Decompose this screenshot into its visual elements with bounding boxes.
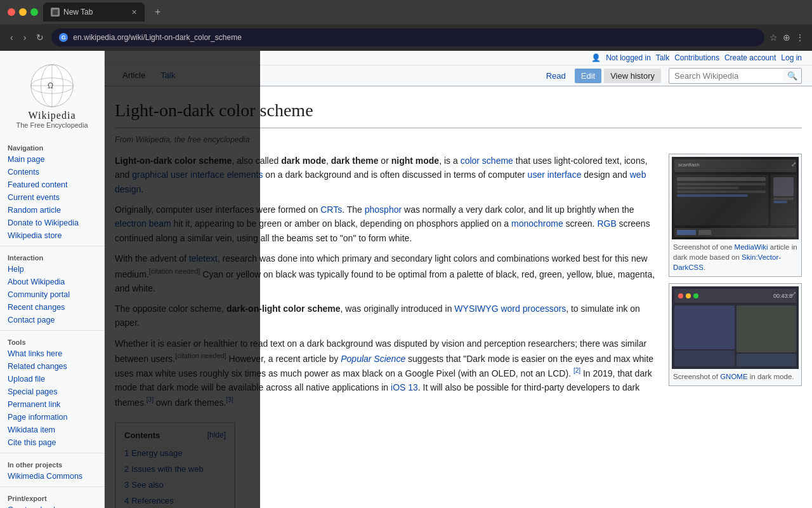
sidebar-item-wikipedia-store[interactable]: Wikipedia store <box>0 229 104 242</box>
article-layout: Light-on-dark color scheme, also called … <box>115 154 802 508</box>
link-ios13[interactable]: iOS 13 <box>391 382 418 392</box>
sidebar-item-donate[interactable]: Donate to Wikipedia <box>0 217 104 229</box>
nav-icons: ☆ ⊕ ⋮ <box>769 32 804 43</box>
expand-icon-1[interactable]: ⤢ <box>791 159 796 170</box>
caption-link-mediawiki[interactable]: MediaWiki <box>735 243 768 251</box>
minimize-button[interactable] <box>19 8 27 16</box>
close-button[interactable] <box>8 8 15 16</box>
cite-needed-2[interactable]: [citation needed] <box>175 352 226 359</box>
create-account-link[interactable]: Create account <box>724 53 776 62</box>
link-user-interface[interactable]: user interface <box>528 170 582 180</box>
article-images: scanflash <box>669 154 802 508</box>
sidebar-item-related-changes[interactable]: Related changes <box>0 360 104 373</box>
tab-close-button[interactable]: ✕ <box>131 8 137 17</box>
sidebar-item-contents[interactable]: Contents <box>0 166 104 178</box>
sidebar-tools: Tools What links here Related changes Up… <box>0 335 104 449</box>
read-button[interactable]: Read <box>540 67 572 84</box>
sidebar-item-help[interactable]: Help <box>0 263 104 276</box>
actions-bar: Article Talk Read Edit View history 🔍 <box>105 65 812 86</box>
tools-heading: Tools <box>0 335 104 347</box>
link-teletext[interactable]: teletext <box>189 253 218 264</box>
maximize-button[interactable] <box>30 8 38 16</box>
talk-link[interactable]: Talk <box>656 53 669 62</box>
sidebar-item-community-portal[interactable]: Community portal <box>0 288 104 301</box>
sidebar-item-create-book[interactable]: Create a book <box>0 504 104 508</box>
caption-link-vector-darkcss[interactable]: Skin:Vector-DarkCSS <box>673 253 781 271</box>
edit-button[interactable]: Edit <box>575 69 601 83</box>
article-from: From Wikipedia, the free encyclopedia <box>115 133 802 146</box>
user-bar: 👤 Not logged in Talk Contributions Creat… <box>105 51 812 65</box>
log-in-link[interactable]: Log in <box>781 53 802 62</box>
article-main: Light-on-dark color scheme, also called … <box>115 154 661 508</box>
user-icon: 👤 <box>591 53 601 62</box>
caption-link-gnome[interactable]: GNOME <box>720 373 747 380</box>
new-tab-button[interactable]: + <box>150 6 166 18</box>
view-history-button[interactable]: View history <box>604 69 661 83</box>
toc-link-4[interactable]: 4References <box>124 496 174 505</box>
sidebar-item-featured-content[interactable]: Featured content <box>0 178 104 191</box>
sidebar-item-special-pages[interactable]: Special pages <box>0 385 104 398</box>
link-crts[interactable]: CRTs <box>320 204 342 215</box>
toc-link-2[interactable]: 2Issues with the web <box>124 464 204 474</box>
sidebar-navigation: Navigation Main page Contents Featured c… <box>0 140 104 242</box>
sidebar-item-cite-this-page[interactable]: Cite this page <box>0 436 104 449</box>
extensions-icon[interactable]: ⊕ <box>783 32 790 43</box>
main-content: 👤 Not logged in Talk Contributions Creat… <box>105 51 812 508</box>
link-phosphor[interactable]: phosphor <box>365 204 402 215</box>
browser-chrome: ⬛ New Tab ✕ + ‹ › ↻ G en.wikipedia.org/w… <box>0 0 812 51</box>
bookmark-icon[interactable]: ☆ <box>769 32 778 43</box>
intro-paragraph-4: The opposite color scheme, dark-on-light… <box>115 302 661 330</box>
image-box-2: 00:43:8 <box>669 283 802 386</box>
toc-title: Contents [hide] <box>124 429 226 443</box>
forward-button[interactable]: › <box>21 30 29 45</box>
image-caption-2: Screenshot of GNOME in dark mode. <box>672 369 799 383</box>
settings-icon[interactable]: ⋮ <box>796 32 804 43</box>
ref-3a[interactable]: [3] <box>147 396 154 403</box>
sidebar-item-main-page[interactable]: Main page <box>0 153 104 166</box>
ref-3b[interactable]: [3] <box>226 396 233 403</box>
link-gui-elements[interactable]: graphical user interface elements <box>132 170 263 180</box>
toc-item-2: 2Issues with the web <box>124 462 226 478</box>
link-monochrome[interactable]: monochrome <box>511 218 563 229</box>
search-input[interactable] <box>669 69 783 83</box>
sidebar-item-what-links-here[interactable]: What links here <box>0 347 104 360</box>
sidebar-item-permanent-link[interactable]: Permanent link <box>0 398 104 411</box>
sidebar-divider-3 <box>0 453 104 453</box>
svg-text:Ω: Ω <box>48 81 53 90</box>
toc-link-1[interactable]: 1Energy usage <box>124 448 182 458</box>
sidebar-item-contact-page[interactable]: Contact page <box>0 314 104 326</box>
cite-needed-1[interactable]: [citation needed] <box>149 267 200 275</box>
sidebar-item-random-article[interactable]: Random article <box>0 204 104 217</box>
tab-title: New Tab <box>63 8 93 17</box>
page-wrapper: Ω Wikipedia The Free Encyclopedia Naviga… <box>0 51 812 508</box>
tab-article[interactable]: Article <box>115 65 153 86</box>
search-submit-button[interactable]: 🔍 <box>783 69 801 83</box>
expand-icon-2[interactable]: ⤢ <box>791 289 796 299</box>
link-rgb[interactable]: RGB <box>597 218 616 229</box>
sidebar-item-upload-file[interactable]: Upload file <box>0 373 104 385</box>
ref-2[interactable]: [2] <box>573 367 580 374</box>
toc-hide-button[interactable]: [hide] <box>207 429 226 443</box>
reload-button[interactable]: ↻ <box>34 30 46 45</box>
address-bar[interactable]: G en.wikipedia.org/wiki/Light-on-dark_co… <box>51 29 764 46</box>
link-electron-beam[interactable]: electron beam <box>115 218 171 229</box>
sidebar-item-current-events[interactable]: Current events <box>0 191 104 204</box>
sidebar-print: Print/export Create a book Download as P… <box>0 491 104 508</box>
sidebar-item-recent-changes[interactable]: Recent changes <box>0 301 104 314</box>
print-heading: Print/export <box>0 491 104 504</box>
contributions-link[interactable]: Contributions <box>674 53 719 62</box>
tab-talk[interactable]: Talk <box>153 65 183 86</box>
sidebar-item-wikimedia-commons[interactable]: Wikimedia Commons <box>0 470 104 483</box>
browser-tab[interactable]: ⬛ New Tab ✕ <box>43 3 145 22</box>
title-bar: ⬛ New Tab ✕ + <box>0 0 812 24</box>
back-button[interactable]: ‹ <box>8 30 16 45</box>
link-wysiwyg[interactable]: WYSIWYG word processors <box>454 304 566 314</box>
sidebar-item-page-information[interactable]: Page information <box>0 411 104 424</box>
toc-link-3[interactable]: 3See also <box>124 480 164 490</box>
sidebar-item-wikidata-item[interactable]: Wikidata item <box>0 424 104 436</box>
link-color-scheme[interactable]: color scheme <box>461 156 513 166</box>
sidebar: Ω Wikipedia The Free Encyclopedia Naviga… <box>0 51 105 508</box>
sidebar-item-about[interactable]: About Wikipedia <box>0 276 104 288</box>
interaction-heading: Interaction <box>0 250 104 263</box>
link-popular-science[interactable]: Popular Science <box>341 354 405 364</box>
